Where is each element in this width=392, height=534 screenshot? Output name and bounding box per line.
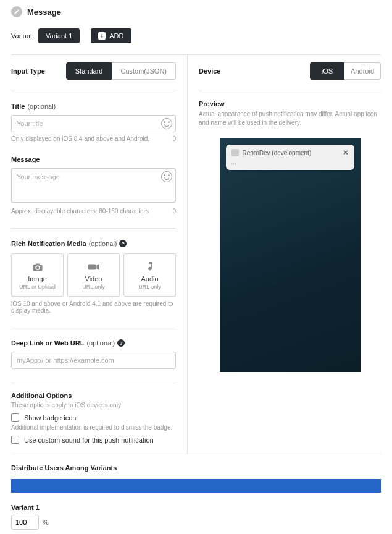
notification-card: ReproDev (development) ✕ ...: [226, 145, 354, 170]
preview-desc: Actual appearance of push notification m…: [199, 110, 381, 127]
divider: [11, 228, 176, 229]
media-sub: URL only: [128, 284, 172, 290]
emoji-icon[interactable]: [161, 118, 172, 129]
audio-icon: [128, 261, 172, 273]
media-sub: URL or Upload: [15, 284, 59, 290]
media-title: Audio: [128, 275, 172, 282]
help-icon[interactable]: ?: [117, 339, 125, 347]
media-card-audio[interactable]: Audio URL only: [123, 253, 176, 297]
toggle-android[interactable]: Android: [344, 62, 381, 80]
media-title: Image: [15, 275, 59, 282]
video-icon: [72, 261, 115, 273]
message-input[interactable]: [11, 168, 176, 203]
divider: [11, 454, 381, 454]
device-label: Device: [199, 67, 220, 75]
title-input[interactable]: [11, 115, 176, 132]
title-counter: 0: [172, 135, 176, 142]
media-card-image[interactable]: Image URL or Upload: [11, 253, 64, 297]
input-type-toggle: Standard Custom(JSON): [66, 62, 176, 80]
variant-row: Variant Variant 1 + ADD: [11, 28, 381, 43]
title-optional: (optional): [27, 103, 56, 110]
phone-preview: ReproDev (development) ✕ ...: [220, 138, 361, 372]
help-icon[interactable]: ?: [119, 240, 127, 247]
toggle-ios[interactable]: iOS: [310, 62, 344, 80]
media-sub: URL only: [72, 284, 115, 290]
message-label: Message: [11, 156, 40, 163]
divider: [11, 328, 176, 328]
divider: [199, 91, 381, 91]
media-card-video[interactable]: Video URL only: [67, 253, 120, 297]
message-header: Message: [11, 6, 381, 17]
media-field-block: Rich Notification Media (optional) ? Ima…: [11, 240, 176, 314]
message-counter: 0: [172, 208, 176, 214]
toggle-standard[interactable]: Standard: [66, 62, 112, 80]
sound-checkbox[interactable]: [11, 436, 19, 444]
add-variant-button[interactable]: + ADD: [91, 28, 131, 43]
message-field-block: Message Approx. displayable characters: …: [11, 156, 176, 214]
deeplink-input[interactable]: [11, 352, 176, 369]
deeplink-field-block: Deep Link or Web URL (optional) ?: [11, 339, 176, 369]
media-label: Rich Notification Media: [11, 240, 86, 247]
add-button-label: ADD: [109, 32, 123, 40]
media-title: Video: [72, 275, 115, 282]
device-toggle: iOS Android: [310, 62, 381, 80]
toggle-custom-json[interactable]: Custom(JSON): [112, 62, 176, 80]
variant-label: Variant: [11, 32, 32, 40]
title-field-block: Title (optional) Only displayed on iOS 8…: [11, 103, 176, 142]
deeplink-optional: (optional): [86, 339, 115, 347]
additional-options-block: Additional Options These options apply t…: [11, 392, 176, 444]
input-type-label: Input Type: [11, 67, 45, 75]
divider: [11, 383, 176, 383]
additional-sub: These options apply to iOS devices only: [11, 402, 176, 409]
badge-checkbox[interactable]: [11, 413, 19, 422]
sound-label: Use custom sound for this push notificat…: [24, 436, 154, 444]
emoji-icon[interactable]: [161, 171, 172, 182]
distribute-title: Distribute Users Among Variants: [11, 464, 381, 472]
camera-icon: [15, 261, 59, 273]
badge-helper: Additional implementation is required to…: [11, 424, 176, 431]
left-column: Input Type Standard Custom(JSON) Title (…: [11, 55, 187, 454]
variant-chip[interactable]: Variant 1: [38, 28, 80, 43]
variant-percent-label: Variant 1: [11, 504, 381, 511]
close-icon[interactable]: ✕: [343, 150, 349, 156]
title-helper: Only displayed on iOS 8.4 and above and …: [11, 135, 149, 142]
title-label: Title: [11, 103, 25, 110]
notification-app-name: ReproDev (development): [243, 150, 339, 156]
plus-icon: +: [98, 32, 106, 40]
pencil-icon: [11, 6, 22, 17]
deeplink-label: Deep Link or Web URL: [11, 339, 84, 347]
badge-label: Show badge icon: [24, 414, 76, 422]
notification-body: ...: [231, 159, 349, 166]
media-helper: iOS 10 and above or Android 4.1 and abov…: [11, 300, 176, 314]
app-icon: [231, 149, 239, 156]
page-title: Message: [27, 7, 61, 17]
variant-percent-input[interactable]: [11, 515, 39, 530]
preview-label: Preview: [199, 100, 381, 108]
distribute-bar[interactable]: [11, 479, 381, 493]
distribute-section: Distribute Users Among Variants Variant …: [11, 464, 381, 534]
percent-sign: %: [43, 519, 49, 526]
additional-label: Additional Options: [11, 392, 72, 399]
divider: [11, 91, 176, 91]
media-optional: (optional): [89, 240, 117, 247]
message-helper: Approx. displayable characters: 80-160 c…: [11, 208, 149, 214]
right-column: Device iOS Android Preview Actual appear…: [187, 55, 381, 454]
